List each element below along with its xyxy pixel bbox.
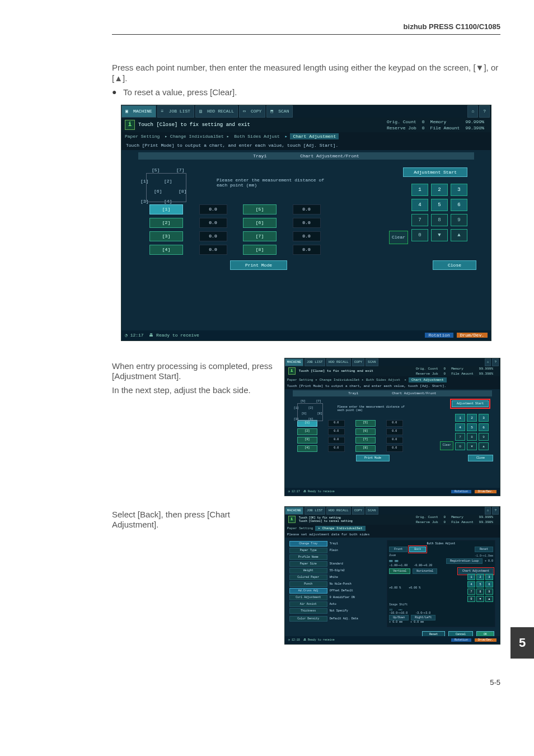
value-grid: [1] 0.0 [5] 0.0 [2] 0.0 [6] 0.0 [3] 0.0 …: [149, 204, 329, 255]
curl-adjustment-button[interactable]: Curl Adjustment: [289, 595, 327, 600]
step2-text-a: When entry processing is completed, pres…: [112, 361, 278, 382]
sub-header: Tray1 Chart Adjustment/Front: [138, 152, 474, 160]
front-tab[interactable]: Front: [389, 547, 407, 552]
paper-type-button[interactable]: Paper Type: [289, 548, 327, 553]
point-5-value: 0.0: [293, 204, 321, 214]
instruction-bar: Touch [Print Mode] to output a chart, an…: [121, 141, 491, 150]
change-tray-button[interactable]: Change Tray: [289, 541, 327, 547]
point-4-value: 0.0: [199, 245, 227, 255]
info-row: i Touch [Close] to fix setting and exit …: [121, 118, 491, 132]
intro-paragraph: Press each point number, then enter the …: [112, 63, 500, 84]
air-assist-button[interactable]: Air Assist: [289, 601, 327, 607]
point-6-button[interactable]: [6]: [243, 218, 277, 228]
breadcrumb: Paper Setting ▸ Change IndividualSet ▸ B…: [121, 132, 491, 141]
key-7[interactable]: 7: [411, 214, 428, 226]
printer-icon: 🖶: [149, 333, 153, 338]
shift-icon: ▯▯: [389, 608, 392, 612]
step-row-3: Select [Back], then press [Chart Adjustm…: [112, 506, 500, 645]
point-8-button[interactable]: [8]: [243, 245, 277, 255]
print-mode-button[interactable]: Print Mode: [230, 260, 287, 270]
header-divider: [112, 34, 500, 35]
tab-hdd[interactable]: HDD RECALL: [326, 358, 351, 366]
zoom-h-icon: ▥▥: [389, 559, 392, 563]
reset-tab[interactable]: Reset: [475, 547, 493, 552]
rightleft-button[interactable]: Right/Left: [411, 615, 435, 620]
horizontal-button[interactable]: Horizontal: [413, 568, 437, 574]
reg-loop-button[interactable]: Registration Loop: [446, 558, 483, 564]
point-3-button[interactable]: [3]: [149, 231, 183, 241]
adjustment-start-button-highlight[interactable]: Adjustment Start: [452, 400, 489, 407]
tab-machine[interactable]: MACHINE: [285, 358, 303, 366]
tab-copy[interactable]: ▭COPY: [239, 105, 265, 118]
adj-cross-button[interactable]: Ad.Cross Adj: [289, 588, 327, 594]
colored-paper-button[interactable]: Colored Paper: [289, 575, 327, 580]
copy-icon: ▭: [243, 109, 249, 114]
tab-hdd[interactable]: HDD RECALL: [326, 507, 351, 515]
point-8-value: 0.0: [293, 245, 321, 255]
key-2[interactable]: 2: [431, 184, 448, 196]
status-bar: ◔ 12:17 🖶 Ready to receive Rotation Drum…: [121, 330, 491, 340]
adjustment-start-button[interactable]: Adjustment Start: [403, 167, 467, 177]
help-button[interactable]: ?: [492, 507, 499, 515]
tab-hdd[interactable]: ▤HDD RECALL: [195, 105, 238, 118]
help-button[interactable]: ?: [479, 105, 490, 118]
tab-scan[interactable]: ⬒SCAN: [266, 105, 293, 118]
tab-machine[interactable]: ▣MACHINE: [121, 105, 156, 118]
key-8[interactable]: 8: [431, 214, 448, 226]
tab-joblist[interactable]: JOB LIST: [305, 358, 325, 366]
key-0[interactable]: 0: [411, 229, 428, 241]
info-icon: i: [125, 120, 135, 130]
key-4[interactable]: 4: [411, 199, 428, 211]
home-button[interactable]: ⌂: [485, 358, 491, 366]
key-3[interactable]: 3: [451, 184, 467, 196]
small-keypad: 123 456 789 0▼▲: [467, 574, 493, 602]
model-header: bizhub PRESS C1100/C1085: [112, 22, 500, 34]
point-5-button[interactable]: [5]: [243, 204, 277, 214]
key-up[interactable]: ▲: [451, 229, 467, 241]
tab-copy[interactable]: COPY: [352, 507, 364, 515]
close-button[interactable]: Close: [433, 260, 476, 270]
both-sides-title: Both Sides Adjust: [389, 542, 493, 545]
info-icon: i: [288, 516, 296, 523]
step2-text-b: In the next step, adjust the back side.: [112, 385, 278, 396]
key-down[interactable]: ▼: [431, 229, 448, 241]
tab-joblist[interactable]: ≡JOB LIST: [157, 105, 194, 118]
tab-machine[interactable]: MACHINE: [285, 507, 303, 515]
point-2-button[interactable]: [2]: [149, 218, 183, 228]
punch-button[interactable]: Punch: [289, 581, 327, 587]
point-7-button[interactable]: [7]: [243, 231, 277, 241]
breadcrumb-current: Chart Adjustment: [290, 133, 339, 139]
status-counters: Orig. Count0 Memory99.999% Reserve Job0 …: [383, 118, 488, 132]
chart-adjustment-button-highlight[interactable]: Chart Adjustment: [458, 568, 493, 574]
help-button[interactable]: ?: [492, 358, 499, 366]
key-6[interactable]: 6: [451, 199, 467, 211]
color-density-button[interactable]: Color Density: [289, 616, 327, 622]
point-4-button[interactable]: [4]: [149, 245, 183, 255]
thickness-button[interactable]: Thickness: [289, 608, 327, 614]
hdd-icon: ▤: [199, 109, 205, 114]
tab-joblist[interactable]: JOB LIST: [305, 507, 325, 515]
key-5[interactable]: 5: [431, 199, 448, 211]
drum-chip: Drum/Dev.: [457, 333, 488, 338]
vertical-button[interactable]: Vertical: [389, 568, 410, 574]
measurement-hint: Please enter the measurement distance of…: [217, 178, 329, 188]
key-9[interactable]: 9: [451, 214, 467, 226]
paper-size-button[interactable]: Paper Size: [289, 561, 327, 567]
clock-icon: ◔: [125, 333, 128, 338]
weight-button[interactable]: Weight: [289, 568, 327, 573]
home-button[interactable]: ⌂: [485, 507, 491, 515]
tab-scan[interactable]: SCAN: [366, 507, 378, 515]
chapter-tab: 5: [510, 627, 534, 659]
scan-icon: ⬒: [270, 109, 276, 114]
home-button[interactable]: ⌂: [467, 105, 478, 118]
profile-name-button[interactable]: Profile Name: [289, 554, 327, 560]
back-tab-highlight[interactable]: Back: [409, 547, 426, 552]
updown-button[interactable]: Up/Down: [389, 615, 409, 620]
tab-copy[interactable]: COPY: [352, 358, 364, 366]
tab-bar: ▣MACHINE ≡JOB LIST ▤HDD RECALL ▭COPY ⬒SC…: [121, 105, 491, 118]
key-1[interactable]: 1: [411, 184, 428, 196]
page-number: 5-5: [112, 678, 500, 687]
tab-scan[interactable]: SCAN: [366, 358, 378, 366]
bullet-text: To reset a value, press [Clear].: [123, 87, 500, 97]
clear-button[interactable]: Clear: [389, 231, 408, 244]
